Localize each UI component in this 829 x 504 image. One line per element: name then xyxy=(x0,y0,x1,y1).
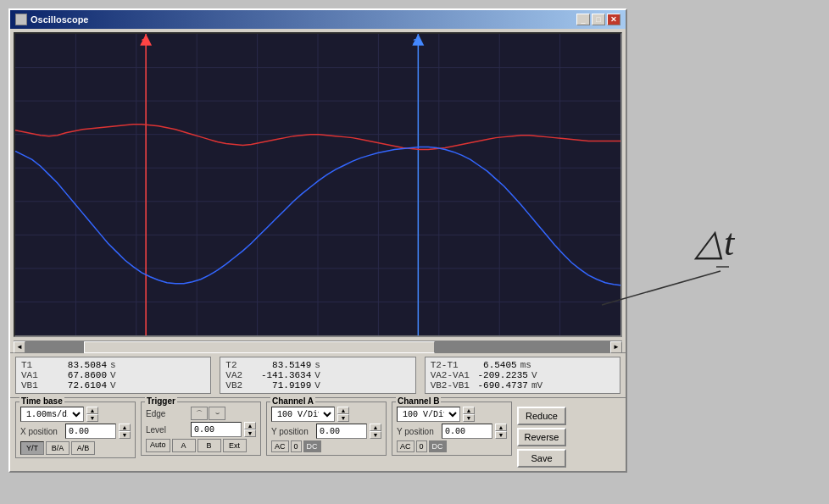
scroll-left-button[interactable]: ◄ xyxy=(14,341,25,353)
chb-div-down-button[interactable]: ▼ xyxy=(463,414,475,422)
edge-label: Edge xyxy=(146,409,188,418)
edge-buttons: ⌒ ⌣ xyxy=(191,407,225,420)
reduce-button[interactable]: Reduce xyxy=(517,407,566,425)
window-title: Oscilloscope xyxy=(31,14,88,25)
title-bar-left: Oscilloscope xyxy=(15,14,88,25)
edge-row: Edge ⌒ ⌣ xyxy=(146,407,256,420)
chb-ypos-down-button[interactable]: ▼ xyxy=(495,431,507,439)
chb-ypos-input[interactable] xyxy=(442,424,492,439)
vb2-label: VB2 xyxy=(225,380,253,390)
level-up-button[interactable]: ▲ xyxy=(244,422,256,429)
yt-mode-button[interactable]: Y/T xyxy=(20,441,44,455)
level-row: Level ▲ ▼ xyxy=(146,422,256,437)
xpos-input[interactable] xyxy=(65,424,116,439)
cha-div-select[interactable]: 100 V/Div xyxy=(271,407,335,422)
trigger-a-button[interactable]: A xyxy=(172,439,196,452)
timebase-up-button[interactable]: ▲ xyxy=(86,407,98,414)
channel-b-group: Channel B 100 V/Div ▲ ▼ Y position ▲ ▼ xyxy=(392,402,512,456)
t2-label: T2 xyxy=(225,360,253,370)
va2-label: VA2 xyxy=(225,370,253,380)
cha-coupling-group: AC 0 DC xyxy=(271,440,381,452)
t2t1-unit: ms xyxy=(520,360,539,370)
t2-row: T2 83.5149 s xyxy=(225,360,409,370)
va1-label: VA1 xyxy=(21,370,48,380)
scroll-right-button[interactable]: ► xyxy=(610,341,622,353)
edge-falling-button[interactable]: ⌣ xyxy=(209,407,225,420)
va1-row: VA1 67.8600 V xyxy=(21,370,205,380)
edge-rising-button[interactable]: ⌒ xyxy=(191,407,208,420)
chb-ypos-row: Y position ▲ ▼ xyxy=(397,424,507,439)
chb-div-spin: ▲ ▼ xyxy=(463,407,475,422)
t1-row: T1 83.5084 s xyxy=(21,360,205,370)
chb-zero-button[interactable]: 0 xyxy=(416,440,427,452)
save-button[interactable]: Save xyxy=(517,449,566,468)
delta-t-annotation: △t xyxy=(695,220,734,264)
t2t1-value: 6.5405 xyxy=(462,360,517,370)
xpos-up-button[interactable]: ▲ xyxy=(119,424,131,431)
trigger-source-group: Auto A B Ext xyxy=(146,439,256,452)
chb-dc-button[interactable]: DC xyxy=(429,440,447,452)
maximize-button[interactable]: □ xyxy=(592,14,605,25)
chb-ypos-label: Y position xyxy=(397,427,439,436)
window-icon xyxy=(15,14,27,25)
level-input[interactable] xyxy=(191,422,242,437)
level-down-button[interactable]: ▼ xyxy=(244,429,256,437)
meas-group-1: T1 83.5084 s VA1 67.8600 V VB1 72.6104 V xyxy=(15,357,211,394)
va2va1-label: VA2-VA1 xyxy=(431,370,470,380)
cha-ypos-up-button[interactable]: ▲ xyxy=(370,424,381,431)
chb-ypos-up-button[interactable]: ▲ xyxy=(495,424,507,431)
va1-value: 67.8600 xyxy=(52,370,107,380)
chb-ypos-spin: ▲ ▼ xyxy=(495,424,507,439)
cha-zero-button[interactable]: 0 xyxy=(291,440,302,452)
timebase-spin: ▲ ▼ xyxy=(86,407,98,422)
channel-a-label: Channel A xyxy=(270,396,315,406)
svg-text:2: 2 xyxy=(413,36,418,46)
timebase-label: Time base xyxy=(19,396,64,406)
vb2-value: 71.9199 xyxy=(256,380,311,390)
minimize-button[interactable]: _ xyxy=(576,14,590,25)
t2-unit: s xyxy=(314,360,333,370)
title-bar-buttons: _ □ ✕ xyxy=(576,14,620,25)
cha-div-row: 100 V/Div ▲ ▼ xyxy=(271,407,381,422)
level-label: Level xyxy=(146,425,188,435)
ba-mode-button[interactable]: B/A xyxy=(46,441,70,455)
scroll-thumb[interactable] xyxy=(84,341,435,353)
grid-svg: 1 2 xyxy=(15,34,620,335)
trigger-ext-button[interactable]: Ext xyxy=(223,439,247,452)
reverse-button[interactable]: Reverse xyxy=(517,428,566,446)
t2-value: 83.5149 xyxy=(256,360,311,370)
auto-button[interactable]: Auto xyxy=(146,439,170,452)
va2-row: VA2 -141.3634 V xyxy=(225,370,409,380)
chb-div-row: 100 V/Div ▲ ▼ xyxy=(397,407,507,422)
trigger-b-button[interactable]: B xyxy=(198,439,221,452)
ab-mode-button[interactable]: A/B xyxy=(71,441,95,455)
action-buttons: Reduce Reverse Save xyxy=(517,407,566,468)
cha-ac-button[interactable]: AC xyxy=(271,440,289,452)
vb2-row: VB2 71.9199 V xyxy=(225,380,409,390)
oscilloscope-window: Oscilloscope _ □ ✕ xyxy=(8,8,627,473)
timebase-down-button[interactable]: ▼ xyxy=(86,414,98,422)
cha-ypos-spin: ▲ ▼ xyxy=(370,424,381,439)
trigger-group: Trigger Edge ⌒ ⌣ Level ▲ ▼ Auto A B xyxy=(141,402,261,456)
chb-ac-button[interactable]: AC xyxy=(397,440,414,452)
xpos-label: X position xyxy=(20,427,63,436)
scroll-track[interactable] xyxy=(25,341,610,353)
cha-div-down-button[interactable]: ▼ xyxy=(337,414,349,422)
chb-div-up-button[interactable]: ▲ xyxy=(463,407,475,414)
cha-ypos-down-button[interactable]: ▼ xyxy=(370,431,381,439)
cha-div-up-button[interactable]: ▲ xyxy=(337,407,349,414)
va2va1-row: VA2-VA1 -209.2235 V xyxy=(431,370,615,380)
vb1-label: VB1 xyxy=(21,380,48,390)
vb1-row: VB1 72.6104 V xyxy=(21,380,205,390)
vb2vb1-row: VB2-VB1 -690.4737 mV xyxy=(431,380,615,390)
xpos-down-button[interactable]: ▼ xyxy=(119,431,131,439)
close-button[interactable]: ✕ xyxy=(607,14,620,25)
horizontal-scrollbar[interactable]: ◄ ► xyxy=(14,341,622,352)
timebase-select[interactable]: 1.00ms/div xyxy=(20,407,84,422)
cha-ypos-input[interactable] xyxy=(316,424,367,439)
vb2vb1-label: VB2-VB1 xyxy=(431,380,470,390)
chb-div-select[interactable]: 100 V/Div xyxy=(397,407,460,422)
t2t1-row: T2-T1 6.5405 ms xyxy=(431,360,615,370)
channel-a-group: Channel A 100 V/Div ▲ ▼ Y position ▲ ▼ xyxy=(266,402,387,456)
cha-dc-button[interactable]: DC xyxy=(303,440,321,452)
